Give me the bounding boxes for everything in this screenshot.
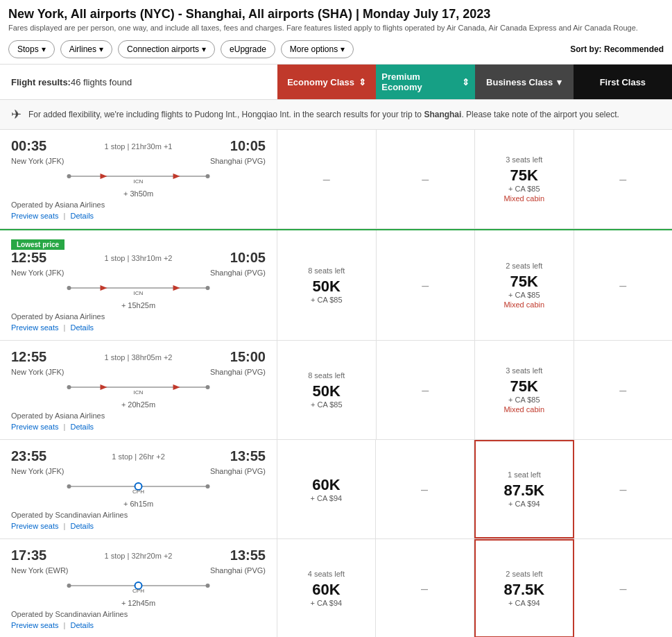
preview-seats-link[interactable]: Preview seats [11,212,58,220]
chevron-down-icon: ▾ [42,44,46,54]
fare-note: Mixed cabin [503,194,544,203]
operator-label: Operated by Asiana Airlines [11,312,266,321]
preview-seats-link[interactable]: Preview seats [11,522,58,530]
operator-label: Operated by Asiana Airlines [11,201,266,209]
origin-label: New York (JFK) [11,157,64,165]
svg-point-1 [67,174,71,178]
details-link[interactable]: Details [70,423,94,431]
chevron-down-icon: ▾ [341,44,345,54]
fare-unavailable: – [619,172,626,187]
fare-cell-economy[interactable]: 8 seats left 50K + CA $85 [277,230,377,340]
svg-marker-15 [173,384,180,390]
fare-cell-economy[interactable]: 60K + CA $94 [277,440,376,538]
stop-info: 1 stop | 26hr +2 [112,452,165,461]
fare-cell-first: – [574,440,672,538]
fare-unavailable: – [620,581,627,596]
results-label: Flight results:46 flights found [0,65,277,99]
operator-label: Operated by Scandinavian Airlines [11,610,266,618]
details-link[interactable]: Details [70,323,94,332]
fare-amount: 60K [312,476,340,494]
preview-seats-link[interactable]: Preview seats [11,323,58,332]
sort-icon: ⇕ [359,77,366,87]
fare-fee: + CA $85 [508,291,540,299]
airport-labels: New York (JFK) Shanghai (PVG) [11,368,266,376]
svg-text:CPH: CPH [132,489,144,493]
flight-info: 12:55 1 stop | 38hr05m +2 15:00 New York… [0,341,277,439]
flight-info: 17:35 1 stop | 32hr20m +2 13:55 New York… [0,539,277,637]
preview-seats-link[interactable]: Preview seats [11,423,58,431]
fare-fee: + CA $94 [508,500,540,508]
flight-links: Preview seats | Details [11,423,266,431]
connection-filter[interactable]: Connection airports ▾ [118,40,215,58]
tab-premium-economy[interactable]: Premium Economy ⇕ [376,65,474,99]
info-banner: ✈ For added flexibility, we're including… [0,100,672,130]
stop-info: 1 stop | 38hr05m +2 [105,353,173,362]
fare-cell-economy[interactable]: 8 seats left 50K + CA $85 [277,341,377,439]
chevron-down-icon: ▾ [557,77,562,87]
depart-time: 00:35 [11,138,46,154]
fare-unavailable: – [619,383,626,398]
svg-point-26 [206,584,210,588]
fare-amount: 87.5K [504,581,545,599]
fare-amount: 75K [510,273,538,291]
arrive-time: 15:00 [230,349,266,365]
page-subtitle: Fares displayed are per person, one way,… [8,24,664,32]
fare-unavailable: – [422,172,429,187]
flight-links: Preview seats | Details [11,323,266,332]
svg-text:ICN: ICN [134,389,144,394]
svg-point-10 [206,286,210,290]
fare-note: Mixed cabin [503,300,544,309]
depart-time: 12:55 [11,349,46,365]
fare-cell-economy[interactable]: 4 seats left 60K + CA $94 [277,539,376,637]
route-line: CPH [11,477,266,498]
tab-business-class[interactable]: Business Class ▾ [475,65,574,99]
tab-first-class[interactable]: First Class [574,65,672,99]
fare-unavailable: – [422,383,429,398]
page-wrapper: New York, All airports (NYC) - Shanghai,… [0,0,672,637]
flight-links: Preview seats | Details [11,212,266,220]
airlines-filter[interactable]: Airlines ▾ [60,40,112,58]
flight-info: Lowest price 12:55 1 stop | 33hr10m +2 1… [0,230,277,340]
origin-label: New York (EWR) [11,566,69,575]
stop-info: 1 stop | 33hr10m +2 [105,254,173,262]
fare-cell-business[interactable]: 1 seat left 87.5K + CA $94 [474,440,575,538]
flight-times: 17:35 1 stop | 32hr20m +2 13:55 [11,547,266,563]
more-options-filter[interactable]: More options ▾ [281,40,354,58]
layover-duration: + 20h25m [11,400,266,409]
flight-times: 12:55 1 stop | 33hr10m +2 10:05 [11,250,266,266]
fare-cell-business[interactable]: 3 seats left 75K + CA $85 Mixed cabin [475,130,574,228]
preview-seats-link[interactable]: Preview seats [11,621,58,629]
fare-cell-business[interactable]: 2 seats left 75K + CA $85 Mixed cabin [475,230,574,340]
fare-cell-business[interactable]: 3 seats left 75K + CA $85 Mixed cabin [475,341,574,439]
depart-time: 17:35 [11,547,46,563]
flight-row: 00:35 1 stop | 21hr30m +1 10:05 New York… [0,130,672,229]
flight-row: 12:55 1 stop | 38hr05m +2 15:00 New York… [0,341,672,440]
svg-point-21 [206,484,210,489]
route-line: ICN [11,167,266,188]
svg-marker-2 [101,173,107,179]
layover-duration: + 15h25m [11,301,266,309]
fare-cell-business[interactable]: 2 seats left 87.5K + CA $94 [474,539,575,637]
chevron-down-icon: ▾ [99,44,103,54]
details-link[interactable]: Details [70,621,94,629]
fare-cell-first: – [574,539,672,637]
flight-times: 00:35 1 stop | 21hr30m +1 10:05 [11,138,266,154]
details-link[interactable]: Details [70,522,94,530]
page-title: New York, All airports (NYC) - Shanghai,… [8,7,664,22]
stop-info: 1 stop | 21hr30m +1 [105,142,173,151]
tab-economy[interactable]: Economy Class ⇕ [277,65,376,99]
fare-cell-premium: – [376,539,474,637]
fare-cell-economy: – [277,130,377,228]
fare-cell-premium: – [377,130,476,228]
flight-row: 17:35 1 stop | 32hr20m +2 13:55 New York… [0,539,672,637]
seats-left: 3 seats left [506,366,542,375]
airport-labels: New York (JFK) Shanghai (PVG) [11,157,266,165]
svg-text:ICN: ICN [134,290,144,295]
stops-filter[interactable]: Stops ▾ [8,40,55,58]
details-link[interactable]: Details [70,212,94,220]
fare-fee: + CA $85 [311,400,343,409]
seats-left: 8 seats left [308,371,345,380]
eupgrade-filter[interactable]: eUpgrade [221,40,275,58]
plane-icon: ✈ [11,107,21,122]
layover-duration: + 6h15m [11,500,266,508]
